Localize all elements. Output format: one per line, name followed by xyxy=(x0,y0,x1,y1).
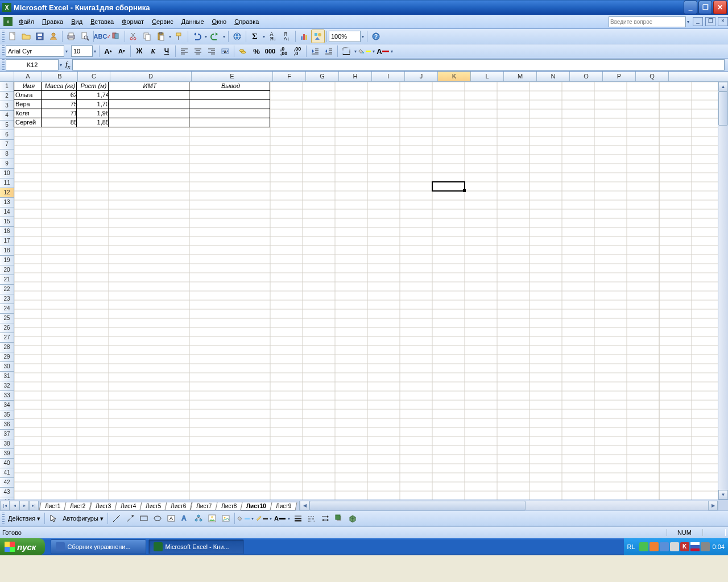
line-style-icon[interactable] xyxy=(291,512,305,525)
tab-first-icon[interactable]: |◂ xyxy=(0,501,10,510)
zoom-dropdown-icon[interactable]: ▾ xyxy=(361,30,365,43)
autosum-icon[interactable]: Σ xyxy=(248,30,262,43)
cell-E1[interactable]: Вывод xyxy=(189,82,272,91)
row-header-39[interactable]: 39 xyxy=(0,449,14,459)
col-header-G[interactable]: G xyxy=(306,72,339,81)
col-header-K[interactable]: K xyxy=(438,72,471,81)
row-header-3[interactable]: 3 xyxy=(0,101,14,111)
col-header-J[interactable]: J xyxy=(405,72,438,81)
sheet-tab-Лист4[interactable]: Лист4 xyxy=(114,502,142,510)
paste-dropdown-icon[interactable]: ▾ xyxy=(168,30,172,43)
col-header-Q[interactable]: Q xyxy=(636,72,669,81)
cell-C3[interactable]: 1,70 xyxy=(77,100,110,109)
row-header-25[interactable]: 25 xyxy=(0,314,14,323)
shadow-style-icon[interactable] xyxy=(332,512,346,525)
decrease-decimal-icon[interactable]: ,00,0 xyxy=(291,44,304,58)
toolbar-grip[interactable] xyxy=(2,45,5,57)
sheet-tab-Лист8[interactable]: Лист8 xyxy=(216,502,243,510)
row-header-33[interactable]: 33 xyxy=(0,391,14,401)
borders-dropdown-icon[interactable]: ▾ xyxy=(353,45,358,57)
fill-color-dropdown-icon[interactable]: ▾ xyxy=(371,45,376,57)
underline-icon[interactable]: Ч xyxy=(160,44,173,58)
font-color-dropdown-icon[interactable]: ▾ xyxy=(390,45,394,57)
col-header-F[interactable]: F xyxy=(273,72,306,81)
menu-окно[interactable]: Окно xyxy=(208,16,231,27)
undo-dropdown-icon[interactable]: ▾ xyxy=(204,30,208,43)
col-header-P[interactable]: P xyxy=(603,72,636,81)
sheet-tab-Лист1[interactable]: Лист1 xyxy=(39,502,67,510)
col-header-M[interactable]: M xyxy=(504,72,537,81)
row-header-29[interactable]: 29 xyxy=(0,352,14,362)
cell-A4[interactable]: Коля xyxy=(14,109,43,118)
tab-last-icon[interactable]: ▸| xyxy=(29,501,39,510)
undo-icon[interactable] xyxy=(190,30,204,43)
document-control-icon[interactable]: x xyxy=(3,17,13,26)
permission-icon[interactable] xyxy=(47,30,60,43)
insert-picture-icon[interactable] xyxy=(219,512,233,525)
select-all-corner[interactable] xyxy=(0,72,14,81)
paste-icon[interactable] xyxy=(154,30,168,43)
cell-A5[interactable]: Сергей xyxy=(14,118,43,127)
spellcheck-icon[interactable]: ABC✓ xyxy=(96,30,109,43)
cell-B4[interactable]: 71 xyxy=(42,109,78,118)
toolbar-grip[interactable] xyxy=(2,59,5,70)
italic-icon[interactable]: К xyxy=(146,44,160,58)
redo-dropdown-icon[interactable]: ▾ xyxy=(222,30,226,43)
arrow-icon[interactable] xyxy=(123,512,137,525)
menu-вид[interactable]: Вид xyxy=(67,16,86,27)
row-header-27[interactable]: 27 xyxy=(0,333,14,343)
cell-B2[interactable]: 62 xyxy=(42,91,78,100)
sheet-tab-Лист7[interactable]: Лист7 xyxy=(190,502,217,510)
sort-desc-icon[interactable]: ЯА↓ xyxy=(280,30,293,43)
copy-icon[interactable] xyxy=(140,30,154,43)
row-header-13[interactable]: 13 xyxy=(0,198,14,207)
minimize-button[interactable]: _ xyxy=(684,1,697,14)
row-header-32[interactable]: 32 xyxy=(0,381,14,391)
row-header-1[interactable]: 1 xyxy=(0,82,14,92)
redo-icon[interactable] xyxy=(208,30,222,43)
row-header-14[interactable]: 14 xyxy=(0,207,14,217)
autosum-dropdown-icon[interactable]: ▾ xyxy=(262,30,266,43)
row-header-30[interactable]: 30 xyxy=(0,362,14,372)
tray-icon[interactable] xyxy=(639,542,648,551)
row-header-36[interactable]: 36 xyxy=(0,420,14,430)
hscroll-thumb[interactable] xyxy=(309,501,526,510)
cell-C2[interactable]: 1,74 xyxy=(77,91,110,100)
dash-style-icon[interactable] xyxy=(305,512,318,525)
sheet-tab-Лист3[interactable]: Лист3 xyxy=(89,502,117,510)
align-right-icon[interactable] xyxy=(205,44,218,58)
row-header-38[interactable]: 38 xyxy=(0,439,14,449)
clipart-icon[interactable] xyxy=(205,512,219,525)
borders-icon[interactable] xyxy=(340,44,353,58)
tray-icon[interactable] xyxy=(670,542,679,551)
horizontal-scrollbar[interactable]: ◀ ▶ xyxy=(299,501,718,510)
row-header-40[interactable]: 40 xyxy=(0,459,14,468)
help-dropdown-icon[interactable]: ▾ xyxy=(686,15,690,28)
scroll-up-icon[interactable]: ▲ xyxy=(718,82,728,92)
col-header-N[interactable]: N xyxy=(537,72,570,81)
col-header-L[interactable]: L xyxy=(471,72,504,81)
row-header-35[interactable]: 35 xyxy=(0,410,14,420)
font-color-icon[interactable]: A xyxy=(376,44,390,58)
col-header-E[interactable]: E xyxy=(192,72,273,81)
row-header-34[interactable]: 34 xyxy=(0,401,14,410)
cell-C4[interactable]: 1,98 xyxy=(77,109,110,118)
oval-icon[interactable] xyxy=(151,512,164,525)
decrease-font-icon[interactable]: A▾ xyxy=(115,44,129,58)
tray-volume-icon[interactable] xyxy=(701,542,710,551)
line-icon[interactable] xyxy=(110,512,123,525)
save-icon[interactable] xyxy=(33,30,47,43)
scroll-down-icon[interactable]: ▼ xyxy=(718,490,728,500)
formula-bar[interactable] xyxy=(72,59,725,70)
name-box-dropdown-icon[interactable]: ▾ xyxy=(59,59,63,71)
new-file-icon[interactable] xyxy=(6,30,19,43)
close-button[interactable]: ✕ xyxy=(713,1,727,14)
tray-flag-icon[interactable] xyxy=(690,542,700,551)
cell-A1[interactable]: Имя xyxy=(14,82,43,91)
row-header-7[interactable]: 7 xyxy=(0,140,14,149)
row-header-44[interactable]: 44 xyxy=(0,497,14,500)
row-header-15[interactable]: 15 xyxy=(0,217,14,227)
font-color-draw-icon[interactable]: A xyxy=(273,512,287,525)
row-header-23[interactable]: 23 xyxy=(0,294,14,304)
taskbar-item[interactable]: Сборник упражнени... xyxy=(51,539,146,554)
